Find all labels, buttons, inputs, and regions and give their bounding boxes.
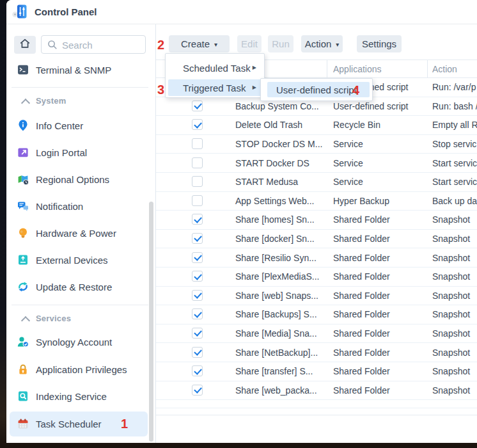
task-action: Snapshot bbox=[432, 291, 470, 301]
search-input[interactable] bbox=[61, 36, 143, 54]
sidebar-item-info-center[interactable]: Info Center bbox=[6, 112, 155, 139]
sidebar-item-synology-account[interactable]: Synology Account bbox=[6, 328, 155, 355]
sidebar-divider bbox=[12, 87, 148, 88]
task-application: Service bbox=[333, 177, 363, 187]
task-name: Share [Media] Sna... bbox=[235, 328, 317, 339]
row-checkbox[interactable] bbox=[192, 119, 203, 130]
sidebar-scrollbar[interactable] bbox=[149, 202, 153, 442]
row-checkbox[interactable] bbox=[192, 195, 203, 206]
task-application: Shared Folder bbox=[333, 253, 390, 263]
search-box[interactable] bbox=[41, 35, 146, 54]
edit-button[interactable]: Edit bbox=[237, 35, 262, 52]
table-row[interactable]: Delete Old Trash Recycle Bin Empty all R bbox=[156, 116, 477, 135]
create-dropdown-menu: Scheduled Task ▶ Triggered Task ▶ bbox=[165, 53, 265, 98]
table-row[interactable]: Share [PlexMediaS... Shared Folder Snaps… bbox=[156, 268, 477, 287]
table-row[interactable]: STOP Docker DS M... Service Stop servic bbox=[156, 135, 477, 154]
row-checkbox[interactable] bbox=[192, 365, 203, 376]
task-name: Share [homes] Sn... bbox=[235, 214, 315, 225]
row-checkbox[interactable] bbox=[192, 138, 203, 149]
sidebar-item-application-privileges[interactable]: Application Privileges bbox=[6, 356, 155, 383]
column-header-applications[interactable]: Applications bbox=[333, 64, 382, 74]
hardware-power-icon bbox=[17, 227, 29, 239]
external-devices-icon bbox=[17, 253, 29, 266]
task-action: Start servic bbox=[432, 177, 477, 187]
sidebar-item-label: Login Portal bbox=[36, 147, 87, 158]
task-action: Run: /var/p bbox=[432, 82, 476, 92]
task-action: Start servic bbox=[432, 158, 477, 168]
menu-item-triggered-task[interactable]: Triggered Task ▶ bbox=[168, 79, 262, 96]
row-checkbox[interactable] bbox=[192, 385, 203, 396]
table-row[interactable]: App Settings Web... Hyper Backup Back up… bbox=[156, 192, 477, 211]
sidebar-item-external-devices[interactable]: External Devices bbox=[6, 246, 155, 273]
row-checkbox[interactable] bbox=[192, 176, 203, 187]
task-name: Share [web] Snaps... bbox=[235, 291, 318, 301]
sidebar-item-label: Synology Account bbox=[36, 337, 112, 348]
sidebar-item-label: External Devices bbox=[36, 255, 108, 266]
task-action: Snapshot bbox=[432, 385, 470, 396]
row-checkbox[interactable] bbox=[192, 214, 203, 225]
task-application: User-defined script bbox=[333, 101, 409, 111]
row-checkbox[interactable] bbox=[192, 100, 203, 111]
table-row[interactable]: START Docker DS Service Start servic bbox=[156, 154, 477, 173]
sidebar-item-label: Indexing Service bbox=[36, 391, 107, 402]
task-application: Hyper Backup bbox=[333, 196, 389, 206]
task-table: User-defined script Run: /var/p Backup S… bbox=[156, 78, 477, 400]
menu-item-scheduled-task[interactable]: Scheduled Task ▶ bbox=[168, 60, 262, 76]
table-row[interactable]: Share [homes] Sn... Shared Folder Snapsh… bbox=[156, 211, 477, 230]
table-row[interactable]: Share [docker] Sn... Shared Folder Snaps… bbox=[156, 230, 477, 249]
task-name: STOP Docker DS M... bbox=[235, 139, 322, 149]
row-checkbox[interactable] bbox=[192, 252, 203, 263]
task-action: Snapshot bbox=[432, 234, 470, 244]
row-checkbox[interactable] bbox=[192, 233, 203, 244]
sidebar-section-system[interactable]: System bbox=[6, 92, 155, 111]
sidebar-item-task-scheduler[interactable]: Task Scheduler bbox=[6, 410, 155, 437]
action-button-label: Action bbox=[305, 38, 332, 49]
search-icon bbox=[47, 39, 58, 51]
menu-item-label: Scheduled Task bbox=[183, 63, 251, 74]
table-row[interactable]: Share [Media] Sna... Shared Folder Snaps… bbox=[156, 324, 477, 344]
sidebar-item-hardware-power[interactable]: Hardware & Power bbox=[6, 220, 155, 246]
task-action: Back up da bbox=[432, 196, 477, 206]
task-application: Shared Folder bbox=[333, 385, 390, 396]
home-button[interactable] bbox=[14, 36, 36, 54]
table-row[interactable]: Share [NetBackup]... Shared Folder Snaps… bbox=[156, 343, 477, 362]
titlebar: Control Panel bbox=[6, 0, 477, 24]
sidebar-item-login-portal[interactable]: Login Portal bbox=[6, 139, 155, 166]
row-checkbox[interactable] bbox=[192, 347, 203, 358]
row-checkbox[interactable] bbox=[192, 308, 203, 319]
indexing-service-icon bbox=[17, 390, 29, 403]
row-checkbox[interactable] bbox=[192, 290, 203, 301]
annotation-2: 2 bbox=[157, 38, 164, 51]
table-row[interactable]: START Medusa Service Start servic bbox=[156, 173, 477, 192]
task-application: Shared Folder bbox=[333, 291, 390, 301]
task-application: Service bbox=[333, 139, 363, 149]
sidebar-item-indexing-service[interactable]: Indexing Service bbox=[6, 383, 155, 410]
settings-button[interactable]: Settings bbox=[357, 35, 402, 52]
table-row[interactable]: Share [transfer] S... Shared Folder Snap… bbox=[156, 362, 477, 381]
sidebar-item-update-restore[interactable]: Update & Restore bbox=[6, 273, 155, 300]
row-checkbox[interactable] bbox=[192, 328, 203, 339]
run-button[interactable]: Run bbox=[268, 35, 293, 52]
sidebar-item-label: Application Privileges bbox=[36, 364, 127, 375]
chevron-up-icon bbox=[21, 316, 30, 325]
task-name: Share [transfer] S... bbox=[235, 366, 313, 376]
row-checkbox[interactable] bbox=[192, 271, 203, 282]
sidebar-section-services[interactable]: Services bbox=[6, 309, 155, 328]
task-application: Shared Folder bbox=[333, 214, 390, 225]
sidebar-item-regional-options[interactable]: Regional Options bbox=[6, 166, 155, 193]
action-button[interactable]: Action ▾ bbox=[301, 35, 343, 52]
sidebar-item-terminal-snmp[interactable]: Terminal & SNMP bbox=[6, 56, 155, 83]
row-checkbox[interactable] bbox=[192, 157, 203, 168]
table-row[interactable]: Share [Resilio Syn... Shared Folder Snap… bbox=[156, 248, 477, 268]
table-row[interactable]: Share [Backups] S... Shared Folder Snaps… bbox=[156, 305, 477, 324]
synology-account-icon bbox=[17, 335, 29, 348]
create-button[interactable]: Create ▾ bbox=[169, 35, 230, 52]
sidebar: Terminal & SNMP System Info Center bbox=[6, 24, 156, 443]
sidebar-item-label: Task Scheduler bbox=[36, 419, 102, 429]
sidebar-item-notification[interactable]: Notification bbox=[6, 193, 155, 220]
table-row[interactable]: Share [web_packa... Shared Folder Snapsh… bbox=[156, 381, 477, 401]
column-header-action[interactable]: Action bbox=[432, 64, 457, 74]
table-row[interactable]: Share [web] Snaps... Shared Folder Snaps… bbox=[156, 287, 477, 306]
task-name: Backup System Co... bbox=[235, 101, 319, 111]
sidebar-item-label: Regional Options bbox=[36, 174, 109, 185]
